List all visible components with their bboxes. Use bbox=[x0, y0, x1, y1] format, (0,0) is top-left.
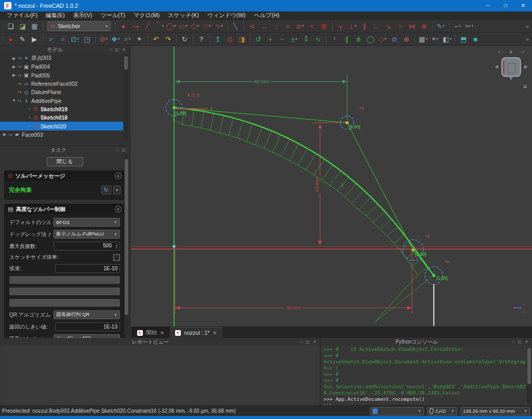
refresh-icon[interactable]: ↻ bbox=[179, 34, 190, 45]
create-rectangle-icon[interactable]: ▭▾ bbox=[178, 21, 189, 32]
tree-item-sketch019[interactable]: ◔⊙Sketch019 bbox=[0, 105, 123, 113]
create-point-icon[interactable]: ● bbox=[118, 21, 129, 32]
tab-close-icon[interactable]: ✕ bbox=[160, 330, 164, 336]
expander-icon[interactable]: ▶ bbox=[11, 56, 17, 61]
expander-icon[interactable]: ▶ bbox=[2, 132, 7, 137]
view-size-dropdown[interactable]: 139.29 mm x 96.20 mm ▼ bbox=[460, 407, 530, 415]
macro-execute-icon[interactable]: ▶ bbox=[29, 34, 40, 45]
console-scrollbar[interactable] bbox=[527, 347, 531, 404]
fit-all-icon[interactable]: ⊡▾ bbox=[70, 34, 81, 45]
field-input-4[interactable]: 1E-10 bbox=[55, 264, 120, 273]
zoom-in-icon[interactable]: ⌕ bbox=[46, 34, 57, 45]
float-panel-icon[interactable]: □ bbox=[108, 47, 114, 52]
create-arc-icon[interactable]: ⌒▾ bbox=[154, 21, 165, 32]
workbench-selector[interactable]: ⊙Sketcher▾ bbox=[47, 21, 111, 31]
create-slot-icon[interactable]: ⬭▾ bbox=[202, 21, 212, 32]
nav-rotate-ccw-icon[interactable]: ⤺ bbox=[498, 49, 503, 55]
join-curves-icon[interactable]: ∿ bbox=[313, 34, 324, 45]
document-tab-1[interactable]: Fnozzul : 1*✕ bbox=[170, 327, 221, 338]
tree-scrollbar[interactable] bbox=[124, 55, 128, 142]
close-panel-icon[interactable]: ✕ bbox=[121, 47, 127, 52]
toggle-construction-geometry-icon[interactable]: ╲ bbox=[230, 21, 241, 32]
toggle-clipping-icon[interactable]: ■ bbox=[470, 34, 481, 45]
undo-icon[interactable]: ↶ bbox=[151, 34, 162, 45]
menu-item-6[interactable]: ウィンドウ(W) bbox=[204, 11, 249, 19]
solver-messages-header[interactable]: ⊙ ソルバーメッセージ ∧ bbox=[5, 171, 125, 181]
3d-viewport[interactable]: 60 mm 43 mm 83 mm bbox=[131, 46, 532, 326]
task-scrollbar-thumb[interactable] bbox=[125, 159, 128, 315]
tree-item-face003[interactable]: ▶↪▰Face003 bbox=[0, 130, 123, 139]
tree-item-原点003[interactable]: ▶↪⌖原点003 bbox=[0, 54, 123, 62]
create-line-icon[interactable]: ╱ bbox=[142, 21, 153, 32]
increase-bspline-degree-icon[interactable]: + bbox=[265, 34, 276, 45]
collapse-icon[interactable]: ∧ bbox=[115, 173, 122, 179]
menu-item-2[interactable]: 表示(V) bbox=[70, 11, 96, 19]
tree-item-pad005[interactable]: ▶↪▣Pad005 bbox=[0, 71, 123, 80]
navigation-cube[interactable]: ▲ ▼ ◀ ▶ ⤺ ⤻ ◪ bbox=[495, 49, 528, 88]
float-panel-icon[interactable]: □ bbox=[511, 339, 516, 344]
constrain-angle-icon[interactable]: < bbox=[307, 21, 317, 32]
save-document-icon[interactable]: ▦ bbox=[29, 21, 40, 32]
constrain-lock-icon[interactable]: ⊠ bbox=[318, 21, 329, 32]
draw-style-dropdown[interactable]: ▼ bbox=[370, 407, 424, 415]
task-scrollbar[interactable] bbox=[124, 154, 129, 335]
collapse-icon[interactable]: ∧ bbox=[115, 206, 122, 213]
show-knot-multiplicity-icon[interactable]: ◯ bbox=[365, 34, 376, 45]
tree-item-pad004[interactable]: ▶↪▣Pad004 bbox=[0, 62, 123, 71]
menu-item-7[interactable]: ヘルプ(H) bbox=[250, 11, 283, 19]
expander-icon[interactable]: ▶ bbox=[11, 64, 17, 69]
toggle-driving-constraint-icon[interactable]: ✎▾ bbox=[435, 21, 446, 32]
show-curvature-comb-icon[interactable]: ⋔ bbox=[353, 34, 364, 45]
control-point-1[interactable] bbox=[172, 106, 176, 109]
control-point-2[interactable] bbox=[345, 121, 349, 124]
view-isometric-icon[interactable]: ❖▾ bbox=[110, 34, 121, 45]
menu-item-1[interactable]: 編集(E) bbox=[42, 11, 69, 19]
toolbar-overflow-button[interactable]: » bbox=[524, 36, 531, 42]
modify-knot-multiplicity-icon[interactable]: ±▾ bbox=[289, 34, 300, 45]
tree-item-additivepipe[interactable]: ▼↪◖AdditivePipe bbox=[0, 96, 123, 104]
create-circle-icon[interactable]: ◯▾ bbox=[166, 21, 177, 32]
constrain-block-icon[interactable]: ⊗ bbox=[419, 21, 430, 32]
constrain-distance-vertical-icon[interactable]: ↕ bbox=[271, 21, 282, 32]
close-panel-icon[interactable]: ✕ bbox=[523, 339, 530, 344]
origin-point[interactable] bbox=[172, 245, 176, 248]
export-sketch-icon[interactable]: ↥ bbox=[212, 34, 223, 45]
spin-arrows-icon[interactable]: ▲▼ bbox=[114, 242, 119, 250]
create-fillet-icon[interactable]: ⌣▾ bbox=[452, 21, 463, 32]
dimension-43mm[interactable]: 43 mm bbox=[312, 123, 345, 245]
tree-scrollbar-thumb[interactable] bbox=[124, 56, 128, 70]
console-scrollbar-thumb[interactable] bbox=[527, 348, 531, 384]
control-point-3[interactable] bbox=[411, 248, 415, 252]
section-view-icon[interactable]: ⬒ bbox=[458, 34, 469, 45]
report-view-content[interactable] bbox=[1, 346, 320, 405]
redo-icon[interactable]: ↷ bbox=[163, 34, 174, 45]
edit-sketch-icon[interactable]: ⊙ bbox=[224, 34, 235, 45]
sync-view-icon[interactable]: ◳ bbox=[82, 34, 92, 45]
split-edge-icon[interactable]: ✂▾ bbox=[464, 21, 475, 32]
tree-item-sketch020[interactable]: ◔⊙Sketch020 bbox=[0, 122, 123, 130]
float-panel-icon[interactable]: □ bbox=[115, 148, 121, 152]
constrain-radius-diameter-icon[interactable]: ⊘▾ bbox=[295, 21, 305, 32]
overlay-panel-icon[interactable]: ◱ bbox=[114, 47, 121, 52]
menu-item-3[interactable]: ツール(T) bbox=[97, 11, 129, 19]
bspline-curve[interactable] bbox=[174, 108, 434, 276]
create-polygon-icon[interactable]: ⬡▾ bbox=[190, 21, 201, 32]
tree-item-datumplane[interactable]: ↪◇DatumPlane bbox=[0, 88, 123, 96]
menu-item-0[interactable]: ファイル(F) bbox=[3, 11, 41, 19]
create-polyline-icon[interactable]: ↝ bbox=[130, 21, 141, 32]
document-tab-0[interactable]: F開始✕ bbox=[132, 327, 169, 338]
constrain-distance-horizontal-icon[interactable]: ↔ bbox=[259, 21, 270, 32]
advanced-solver-header[interactable]: ▤ 高度なソルバー制御 ∧ bbox=[5, 204, 125, 214]
task-close-button[interactable]: 閉じる bbox=[47, 157, 83, 166]
toggle-snap-icon[interactable]: ⌖▾ bbox=[430, 34, 441, 45]
field-spinbox-2[interactable]: 500▲▼ bbox=[54, 242, 120, 251]
map-sketch-to-face-icon[interactable]: ◨ bbox=[236, 34, 247, 45]
expander-icon[interactable]: ▶ bbox=[11, 73, 17, 77]
nav-arrow-right-icon[interactable]: ▶ bbox=[524, 64, 528, 69]
control-point-4[interactable] bbox=[432, 274, 435, 277]
measure-icon[interactable]: ⌖ bbox=[134, 34, 145, 45]
expander-icon[interactable]: ▼ bbox=[11, 98, 17, 103]
internal-alignment-icon[interactable]: ⊕ bbox=[401, 34, 412, 45]
nav-arrow-left-icon[interactable]: ◀ bbox=[495, 64, 498, 69]
constrain-distance-icon[interactable]: ≍ bbox=[283, 21, 294, 32]
